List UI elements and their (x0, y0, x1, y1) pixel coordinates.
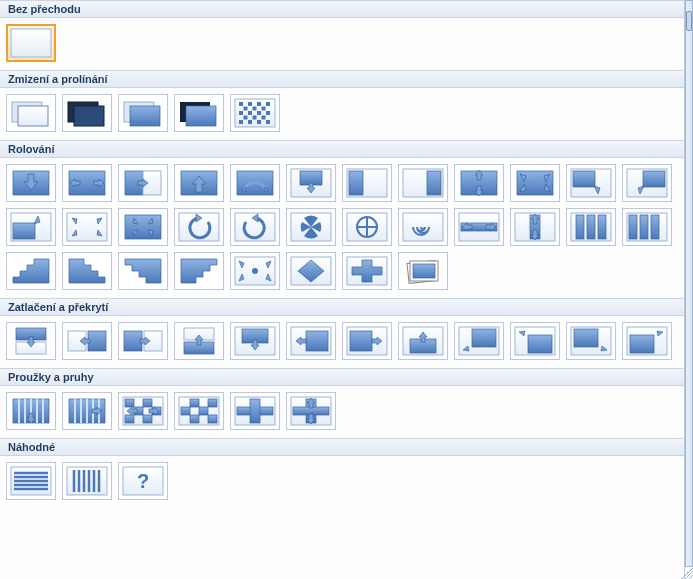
pinwheel[interactable] (286, 208, 336, 246)
dissolve[interactable] (230, 94, 280, 132)
roll-down[interactable] (6, 164, 56, 202)
wheel-4[interactable] (342, 208, 392, 246)
spiral[interactable] (398, 208, 448, 246)
cross-h[interactable] (230, 392, 280, 430)
random-bars-v[interactable] (62, 462, 112, 500)
stairs-3[interactable] (118, 252, 168, 290)
bar-horiz-icon (458, 212, 500, 242)
cover-lu[interactable] (510, 322, 560, 360)
cover-ld[interactable] (454, 322, 504, 360)
push-right-icon (122, 326, 164, 356)
svg-rect-23 (262, 116, 266, 120)
svg-rect-6 (130, 106, 160, 126)
corner-bl-icon (10, 212, 52, 242)
cross-v[interactable] (286, 392, 336, 430)
slide-right[interactable] (398, 164, 448, 202)
cover-down[interactable] (230, 322, 280, 360)
push-down[interactable] (6, 322, 56, 360)
svg-rect-66 (640, 215, 648, 239)
rotate-left-icon (178, 212, 220, 242)
vertical-scrollbar[interactable] (685, 0, 693, 567)
diamond[interactable] (286, 252, 336, 290)
fade-smooth[interactable] (6, 94, 56, 132)
svg-rect-98 (630, 335, 654, 353)
stairs-1[interactable] (6, 252, 56, 290)
comb-h[interactable] (118, 392, 168, 430)
bar-horiz[interactable] (454, 208, 504, 246)
cover-ru[interactable] (622, 322, 672, 360)
svg-rect-4 (74, 106, 104, 126)
expand-in[interactable] (118, 208, 168, 246)
svg-rect-48 (67, 213, 107, 241)
svg-rect-18 (248, 111, 252, 115)
svg-rect-21 (244, 116, 248, 120)
bar-vert[interactable] (510, 208, 560, 246)
rotate-right[interactable] (230, 208, 280, 246)
plus[interactable] (342, 252, 392, 290)
cut[interactable] (118, 94, 168, 132)
cover-ld-icon (458, 326, 500, 356)
svg-rect-14 (244, 107, 248, 111)
expand-out[interactable] (62, 208, 112, 246)
roll-lr-icon (66, 168, 108, 198)
wheel-cw-icon (234, 168, 276, 198)
fade-through-black-icon (66, 98, 108, 128)
arrows-diag-icon (514, 168, 556, 198)
cover-up[interactable] (398, 322, 448, 360)
svg-rect-55 (403, 213, 443, 241)
plus-icon (346, 256, 388, 286)
random-bars-v-icon (66, 466, 108, 496)
vblinds-2[interactable] (622, 208, 672, 246)
cover-rd[interactable] (566, 322, 616, 360)
roll-right[interactable] (118, 164, 168, 202)
corner-bl[interactable] (6, 208, 56, 246)
push-left[interactable] (62, 322, 112, 360)
comb-v[interactable] (174, 392, 224, 430)
random-bars-h[interactable] (6, 462, 56, 500)
box-down[interactable] (286, 164, 336, 202)
corner-tr-icon (626, 168, 668, 198)
svg-rect-67 (651, 215, 659, 239)
svg-rect-106 (125, 415, 134, 423)
stripes-down-icon (10, 396, 52, 426)
cut-through-black[interactable] (174, 94, 224, 132)
svg-rect-96 (574, 329, 598, 347)
svg-rect-16 (262, 107, 266, 111)
cover-left[interactable] (286, 322, 336, 360)
arrows-corners[interactable] (230, 252, 280, 290)
stairs-2[interactable] (62, 252, 112, 290)
corner-tr[interactable] (622, 164, 672, 202)
random[interactable]: ? (118, 462, 168, 500)
slide-left[interactable] (342, 164, 392, 202)
cover-right[interactable] (342, 322, 392, 360)
svg-rect-11 (248, 102, 252, 106)
resize-grip[interactable] (681, 567, 693, 579)
arrows-ud[interactable] (454, 164, 504, 202)
roll-up[interactable] (174, 164, 224, 202)
arrows-diag[interactable] (510, 164, 560, 202)
stripes-down[interactable] (6, 392, 56, 430)
push-right[interactable] (118, 322, 168, 360)
pinwheel-icon (290, 212, 332, 242)
comb-v-icon (178, 396, 220, 426)
stripes-right[interactable] (62, 392, 112, 430)
svg-rect-27 (266, 120, 270, 124)
corner-tl[interactable] (566, 164, 616, 202)
expand-out-icon (66, 212, 108, 242)
wheel-cw[interactable] (230, 164, 280, 202)
vblinds[interactable] (566, 208, 616, 246)
cover-ru-icon (626, 326, 668, 356)
transition-none-icon (10, 28, 52, 58)
stairs-4[interactable] (174, 252, 224, 290)
fade-through-black[interactable] (62, 94, 112, 132)
svg-rect-114 (208, 415, 217, 423)
roll-up-icon (178, 168, 220, 198)
roll-lr[interactable] (62, 164, 112, 202)
transition-none[interactable] (6, 24, 56, 62)
push-up[interactable] (174, 322, 224, 360)
svg-rect-102 (125, 399, 134, 407)
newsflash[interactable] (398, 252, 448, 290)
svg-rect-26 (257, 120, 261, 124)
svg-rect-103 (143, 399, 152, 407)
rotate-left[interactable] (174, 208, 224, 246)
